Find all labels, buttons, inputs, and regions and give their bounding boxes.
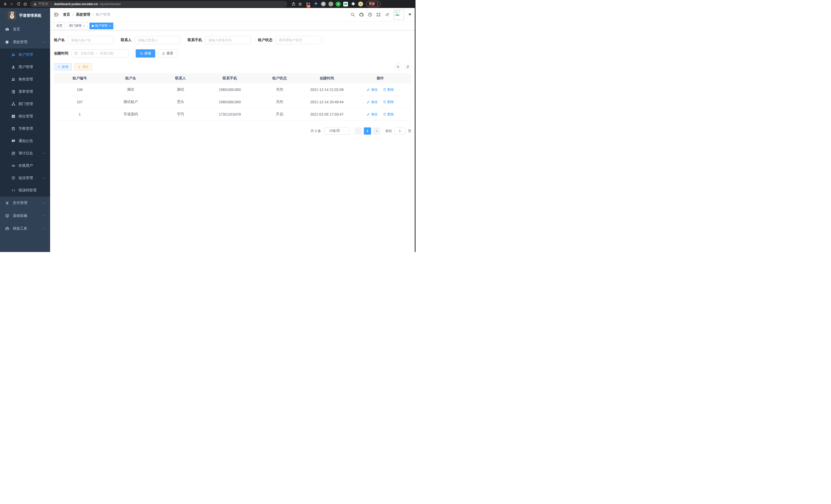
profile-avatar-button[interactable] [358,2,363,7]
edit-button[interactable]: 修改 [367,87,378,92]
sidebar-item-user-management[interactable]: 用户管理 [0,61,50,73]
tab-tenant-management[interactable]: 租户管理× [89,23,113,29]
sitemap-icon [11,102,16,106]
date-separator: - [96,52,97,56]
sidebar-menu: 首页 系统管理 租户管理 用户管理 [0,23,50,235]
chevron-right-icon [375,129,378,132]
search-icon [350,12,355,17]
delete-button[interactable]: 删除 [383,100,394,104]
sidebar-item-dict-management[interactable]: 字典管理 [0,122,50,135]
update-button[interactable]: 更新 [366,1,380,7]
app-logo[interactable]: 芋道管理系统 [0,8,50,23]
extension-pin-icon[interactable]: 10 [306,2,311,7]
search-button[interactable]: 搜索 [136,49,155,58]
sidebar-item-label: 错误码管理 [19,188,36,192]
reload-button[interactable] [16,1,22,7]
forward-button[interactable] [9,1,15,7]
avatar-caret-button[interactable] [408,13,411,16]
delete-label: 删除 [387,87,394,92]
delete-button[interactable]: 删除 [383,87,394,92]
font-size-button[interactable] [385,12,390,17]
fullscreen-button[interactable] [376,12,381,17]
breadcrumb-item-system[interactable]: 系统管理 [76,12,90,17]
share-button[interactable] [290,1,296,7]
sidebar-item-home[interactable]: 首页 [0,23,50,36]
mobile-input[interactable] [205,36,251,44]
extension-green-dot-icon[interactable] [328,2,333,7]
table-row: 108 测试 测试 15601691300 关闭 2021-12-14 21:0… [54,84,411,96]
prev-page-button[interactable] [354,127,362,135]
breadcrumb-item-home[interactable]: 首页 [63,12,70,17]
sidebar-item-role-management[interactable]: 角色管理 [0,73,50,86]
chevron-down-icon [316,38,319,41]
breadcrumb: 首页 / 系统管理 / 租户管理 [63,12,110,17]
extension-kite-icon[interactable] [313,2,318,7]
refresh-icon [162,52,165,55]
tenant-name-input[interactable] [68,36,114,44]
github-button[interactable] [359,12,364,17]
back-button[interactable] [2,1,8,7]
tab-label: 部门管理 [69,24,82,28]
date-range-picker[interactable]: 开始日期 - 结束日期 [71,49,128,58]
window-edge [415,8,416,252]
system-submenu: 租户管理 用户管理 角色管理 菜单管理 [0,49,50,197]
sidebar-item-notice[interactable]: 通知公告 [0,135,50,147]
tab-close-icon[interactable]: × [83,24,85,28]
sidebar-item-error-code-management[interactable]: 错误码管理 [0,184,50,197]
tab-close-icon[interactable]: × [109,24,111,28]
sidebar-item-tenant-management[interactable]: 租户管理 [0,49,50,61]
chevron-down-icon [43,201,46,205]
sidebar-item-sms-management[interactable]: 短信管理 [0,172,50,184]
reset-button[interactable]: 重置 [158,49,177,58]
menu-tree-icon [11,90,16,94]
extension-command-icon[interactable]: ⌘ [321,2,326,7]
edit-icon [367,113,370,116]
help-button[interactable] [368,12,372,17]
toggle-search-button[interactable] [395,63,402,70]
sidebar-item-dev-tools[interactable]: 研发工具 [0,222,50,235]
status-select[interactable]: 请选择租户状态 [276,36,322,44]
address-bar[interactable]: 不安全 dashboard.yudao.iocoder.cn/system/te… [30,1,287,7]
sms-shield-icon [11,176,16,180]
goto-page-input[interactable] [394,127,405,135]
add-button[interactable]: 新增 [54,63,72,70]
cell-status: 开启 [254,108,305,120]
refresh-table-button[interactable] [404,63,411,70]
browser-menu-dots-icon[interactable] [377,2,378,6]
user-avatar[interactable] [394,9,404,20]
infrastructure-monitor-icon [5,214,9,218]
cell-contact: 秃头 [156,96,205,108]
sidebar-item-infrastructure[interactable]: 基础设施 [0,209,50,222]
current-page-button[interactable]: 1 [364,127,371,135]
delete-button[interactable]: 删除 [383,112,394,117]
sidebar-item-online-users[interactable]: 在线用户 [0,159,50,172]
edit-button[interactable]: 修改 [367,100,378,104]
chevron-down-icon [43,176,46,180]
edit-button[interactable]: 修改 [367,112,378,117]
sidebar-item-system-management[interactable]: 系统管理 [0,36,50,49]
bookmark-star-button[interactable] [297,1,303,7]
contact-input[interactable] [135,36,180,44]
tab-label: 首页 [56,24,62,28]
extension-puzzle-icon[interactable] [350,2,355,7]
sidebar-item-label: 基础设施 [13,213,27,218]
home-button[interactable] [22,1,28,7]
sidebar-item-dept-management[interactable]: 部门管理 [0,98,50,110]
export-button[interactable]: 导出 [74,63,92,70]
tab-dept-management[interactable]: 部门管理× [67,23,87,29]
next-page-button[interactable] [373,127,380,135]
extension-y-icon[interactable]: Y [336,2,341,7]
tab-home[interactable]: 首页 [54,23,65,29]
sidebar-item-label: 通知公告 [19,139,33,143]
sidebar-item-post-management[interactable]: 岗位管理 [0,110,50,122]
sidebar-item-payment-management[interactable]: 支付管理 [0,197,50,209]
extension-chat-icon[interactable] [343,2,348,7]
sidebar-item-audit-log[interactable]: 审计日志 [0,147,50,159]
delete-label: 删除 [387,112,394,117]
sidebar-item-menu-management[interactable]: 菜单管理 [0,86,50,98]
page-size-select[interactable]: 10条/页 [324,127,349,135]
cell-tenant-id: 1 [54,108,105,120]
extensions-area: 10 ⌘ Y [306,2,363,7]
sidebar-toggle-button[interactable] [54,12,59,17]
header-search-button[interactable] [350,12,355,17]
